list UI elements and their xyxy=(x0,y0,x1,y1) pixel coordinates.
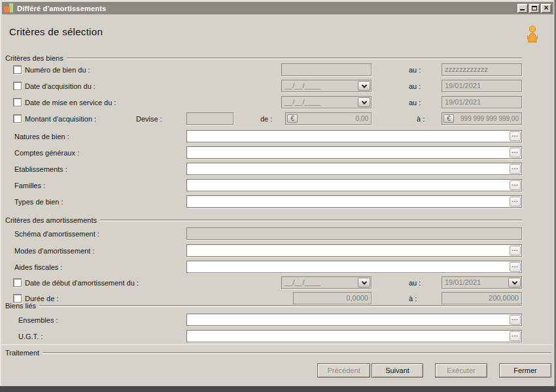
acquisition-label: Date d'acquisition du : xyxy=(25,82,96,90)
types-label: Types de bien : xyxy=(14,198,63,206)
natures-label: Natures de bien : xyxy=(14,133,69,140)
ensembles-field[interactable] xyxy=(186,314,522,326)
mise-en-service-from-dropdown-button[interactable] xyxy=(358,97,370,107)
caption-rule xyxy=(100,220,522,221)
familles-label: Familles : xyxy=(14,182,45,189)
window-border-left xyxy=(0,0,2,386)
acquisition-to-field: 19/01/2021 xyxy=(442,80,522,92)
content-divider xyxy=(0,344,553,345)
window-controls: × xyxy=(517,4,551,13)
aides-browse-button[interactable]: ... xyxy=(510,262,521,272)
ensembles-browse-button[interactable]: ... xyxy=(510,315,521,325)
section-traitement-caption-text: Traitement xyxy=(5,349,39,357)
minimize-icon xyxy=(520,9,525,10)
natures-field[interactable] xyxy=(186,130,522,142)
debut-checkbox[interactable] xyxy=(13,278,22,287)
acquisition-from-date-combo[interactable]: __/__/____ xyxy=(281,80,372,92)
familles-field[interactable] xyxy=(186,179,522,191)
montant-de-label: de : xyxy=(260,115,272,123)
date-mask: __/__/____ xyxy=(285,278,321,286)
section-biens-lies-caption: Biens liés xyxy=(5,301,522,310)
caption-rule xyxy=(39,305,522,307)
acquisition-from-dropdown-button[interactable] xyxy=(358,81,370,91)
section-biens-lies-caption-text: Biens liés xyxy=(5,302,36,310)
euro-icon: € xyxy=(443,114,454,123)
montant-label: Montant d'acquisition : xyxy=(25,115,96,123)
familles-browse-button[interactable]: ... xyxy=(510,180,521,190)
ugt-browse-button[interactable]: ... xyxy=(510,331,521,341)
mise-en-service-from-date-combo[interactable]: __/__/____ xyxy=(281,96,372,108)
devise-field xyxy=(186,112,234,125)
date-mask: __/__/____ xyxy=(285,82,321,90)
etablissements-field[interactable] xyxy=(186,163,522,175)
montant-a-label: à : xyxy=(417,115,425,123)
page-title: Critères de sélection xyxy=(9,26,103,37)
maximize-icon xyxy=(532,6,537,10)
close-button[interactable]: × xyxy=(541,4,551,13)
comptes-field[interactable] xyxy=(186,146,522,159)
ugt-field[interactable] xyxy=(186,330,522,342)
chevron-down-icon xyxy=(512,279,517,284)
schema-field xyxy=(186,227,522,240)
chevron-down-icon xyxy=(361,99,366,104)
etablissements-label: Etablissements : xyxy=(14,165,67,173)
debut-to-dropdown-button[interactable] xyxy=(508,278,521,287)
precedent-button: Précédent xyxy=(317,363,370,378)
ugt-label: U.G.T. : xyxy=(18,333,43,340)
schema-label: Schéma d'amortissement : xyxy=(14,230,99,238)
section-biens-caption-text: Critères des biens xyxy=(5,54,63,62)
titlebar: Différé d'amortissements × xyxy=(2,2,553,14)
natures-browse-button[interactable]: ... xyxy=(510,131,521,141)
mise-en-service-au-label: au : xyxy=(409,99,421,106)
types-field[interactable] xyxy=(186,195,522,208)
debut-to-date-combo[interactable]: 19/01/2021 xyxy=(442,276,522,289)
executer-button: Exécuter xyxy=(435,363,487,378)
devise-label: Devise : xyxy=(136,115,162,123)
debut-from-date-combo[interactable]: __/__/____ xyxy=(281,276,372,289)
montant-checkbox[interactable] xyxy=(13,114,22,123)
maximize-button[interactable] xyxy=(529,4,540,13)
comptes-browse-button[interactable]: ... xyxy=(510,148,521,157)
chevron-down-icon xyxy=(361,279,366,284)
date-mask: __/__/____ xyxy=(285,98,321,106)
close-icon: × xyxy=(544,5,548,11)
section-amortissements-caption-text: Critères des amortissements xyxy=(5,216,97,224)
debut-from-dropdown-button[interactable] xyxy=(358,278,370,287)
suivant-button[interactable]: Suivant xyxy=(372,363,423,378)
section-biens-caption: Critères des biens xyxy=(5,54,522,62)
debut-au-label: au : xyxy=(409,279,421,287)
types-browse-button[interactable]: ... xyxy=(510,197,521,206)
aides-field[interactable] xyxy=(186,261,522,273)
numero-label: Numéro de bien du : xyxy=(25,66,90,74)
minimize-button[interactable] xyxy=(517,4,528,13)
section-traitement-caption: Traitement xyxy=(5,348,551,357)
debut-label: Date de début d'amortissement du : xyxy=(25,279,139,287)
euro-icon: € xyxy=(287,114,298,123)
user-icon[interactable] xyxy=(525,25,540,43)
etablissements-browse-button[interactable]: ... xyxy=(510,164,521,174)
window-border-bottom xyxy=(0,386,556,392)
numero-to-field: zzzzzzzzzzzz xyxy=(442,63,522,76)
dialog-window: Différé d'amortissements × Critères de s… xyxy=(0,0,556,392)
modes-label: Modes d'amortissement : xyxy=(14,247,95,255)
numero-au-label: au : xyxy=(409,66,421,74)
section-amortissements-caption: Critères des amortissements xyxy=(5,216,522,224)
app-icon xyxy=(4,3,14,13)
mise-en-service-checkbox[interactable] xyxy=(13,98,22,106)
caption-rule xyxy=(43,352,551,354)
fermer-button[interactable]: Fermer xyxy=(499,363,551,378)
acquisition-au-label: au : xyxy=(409,82,421,90)
ensembles-label: Ensembles : xyxy=(18,316,58,324)
modes-field[interactable] xyxy=(186,244,522,257)
comptes-label: Comptes généraux : xyxy=(14,149,79,157)
acquisition-checkbox[interactable] xyxy=(13,82,22,90)
window-border-right xyxy=(553,0,556,386)
mise-en-service-to-field: 19/01/2021 xyxy=(442,96,522,108)
montant-from-field: 0,00 xyxy=(285,112,372,125)
caption-rule xyxy=(67,57,522,59)
date-value: 19/01/2021 xyxy=(445,278,481,286)
aides-label: Aides fiscales : xyxy=(14,263,62,271)
numero-checkbox[interactable] xyxy=(13,65,22,74)
numero-from-field xyxy=(281,63,372,76)
modes-browse-button[interactable]: ... xyxy=(510,246,521,255)
